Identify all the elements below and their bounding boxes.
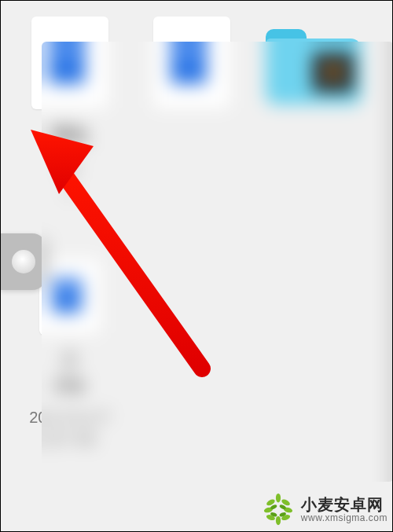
svg-point-4 [283,507,293,514]
folder-item[interactable] [252,17,374,220]
file-date: 20∠1/1∠/7 [29,407,110,427]
watermark-url: www.xmsigma.com [301,513,387,523]
file-date: 20 [61,158,78,178]
sd-card-file-icon [31,17,108,109]
file-name-extra: (mp [55,374,85,396]
file-grid: 萌犰 20 1 三 (mp 20∠1/1∠/7 227 KB [1,1,392,477]
svg-point-0 [276,493,281,503]
assistive-touch-button[interactable] [1,233,46,290]
sd-card-file-icon [153,17,230,109]
svg-point-7 [276,516,281,526]
svg-point-11 [279,512,287,517]
watermark: 小麦安卓网 www.xmsigma.com [260,492,387,528]
svg-point-9 [279,504,287,510]
svg-point-5 [266,514,276,522]
file-item[interactable] [130,17,252,220]
file-name: 萌犰 [51,123,89,147]
file-name: 三 [61,349,79,372]
file-size: 1 [65,180,74,200]
svg-point-8 [270,504,277,510]
watermark-title: 小麦安卓网 [301,497,387,513]
sd-card-file-icon [39,259,101,335]
file-grid-row: 萌犰 20 1 [9,17,384,220]
svg-point-3 [263,507,274,514]
svg-point-1 [266,498,276,507]
file-grid-row: 三 (mp 20∠1/1∠/7 227 KB [9,220,384,469]
folder-icon [266,29,362,105]
svg-point-10 [270,512,277,517]
file-size: 227 KB [44,429,96,449]
svg-point-6 [281,514,291,522]
svg-point-2 [281,498,291,507]
wheat-logo-icon [260,492,296,528]
file-item[interactable]: 萌犰 20 1 [9,17,130,220]
